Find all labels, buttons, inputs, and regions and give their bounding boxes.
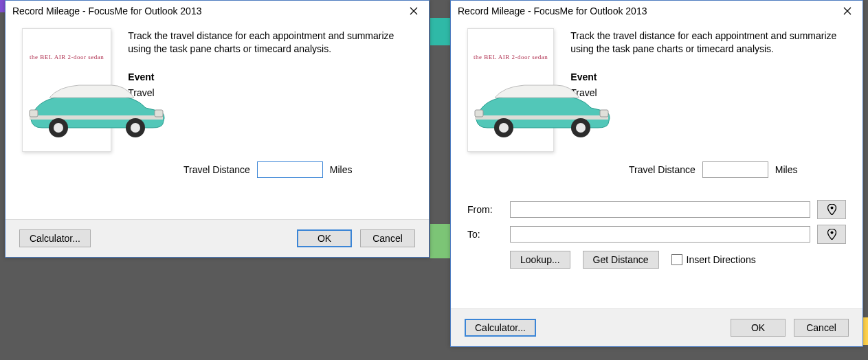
svg-point-13 <box>576 123 586 133</box>
insert-directions-checkbox[interactable]: Insert Directions <box>671 254 756 265</box>
distance-label: Travel Distance <box>629 164 695 175</box>
description-column: Track the travel distance for each appoi… <box>128 28 412 152</box>
cancel-button[interactable]: Cancel <box>360 229 415 247</box>
svg-rect-8 <box>475 110 483 117</box>
lookup-button[interactable]: Lookup... <box>510 251 570 269</box>
svg-rect-9 <box>600 110 608 117</box>
travel-distance-input[interactable] <box>257 161 323 178</box>
get-distance-button[interactable]: Get Distance <box>583 251 659 269</box>
travel-distance-row: Travel Distance Miles <box>612 152 863 178</box>
dialog-button-bar: Calculator... OK Cancel <box>451 308 863 346</box>
description-text: Track the travel distance for each appoi… <box>128 30 412 56</box>
to-label: To: <box>467 229 503 240</box>
car-illustration: the BEL AIR 2-door sedan <box>467 28 554 152</box>
close-button[interactable] <box>832 1 863 21</box>
distance-units: Miles <box>775 164 798 175</box>
car-icon <box>471 77 612 146</box>
map-pin-icon <box>827 204 836 215</box>
event-heading: Event <box>128 71 412 84</box>
dialog-button-bar: Calculator... OK Cancel <box>5 219 429 257</box>
belair-caption: the BEL AIR 2-door sedan <box>468 54 553 60</box>
distance-units: Miles <box>330 164 353 175</box>
to-input[interactable] <box>510 226 810 243</box>
svg-rect-2 <box>155 110 163 117</box>
record-mileage-dialog-expanded: Record Mileage - FocusMe for Outlook 201… <box>450 0 863 347</box>
svg-point-11 <box>499 123 509 133</box>
svg-point-15 <box>830 232 833 234</box>
record-mileage-dialog: Record Mileage - FocusMe for Outlook 201… <box>5 0 430 258</box>
svg-point-4 <box>54 123 63 133</box>
svg-rect-7 <box>475 115 608 120</box>
from-input[interactable] <box>510 201 810 218</box>
distance-label: Travel Distance <box>183 164 250 175</box>
window-title: Record Mileage - FocusMe for Outlook 201… <box>12 5 399 16</box>
event-name: Travel <box>128 87 412 100</box>
from-label: From: <box>467 204 503 215</box>
close-button[interactable] <box>399 1 429 21</box>
from-map-pin-button[interactable] <box>817 200 846 219</box>
to-map-pin-button[interactable] <box>817 225 846 244</box>
ok-button[interactable]: OK <box>731 319 786 337</box>
travel-distance-input[interactable] <box>702 161 768 178</box>
calculator-section: From: To: Lookup... Get Distance Insert … <box>451 197 863 269</box>
title-bar: Record Mileage - FocusMe for Outlook 201… <box>451 1 863 21</box>
car-icon <box>25 77 167 146</box>
description-text: Track the travel distance for each appoi… <box>570 30 846 56</box>
svg-point-14 <box>830 207 833 210</box>
insert-directions-label: Insert Directions <box>687 254 756 265</box>
calculator-button[interactable]: Calculator... <box>465 319 536 337</box>
title-bar: Record Mileage - FocusMe for Outlook 201… <box>5 1 429 21</box>
checkbox-box <box>671 254 682 265</box>
svg-point-6 <box>131 123 140 133</box>
belair-caption: the BEL AIR 2-door sedan <box>23 54 111 60</box>
car-illustration: the BEL AIR 2-door sedan <box>22 28 111 152</box>
calculator-button[interactable]: Calculator... <box>19 229 91 247</box>
ok-button[interactable]: OK <box>297 229 352 247</box>
map-pin-icon <box>827 229 836 240</box>
svg-rect-0 <box>30 115 163 120</box>
svg-rect-1 <box>30 110 38 117</box>
cancel-button[interactable]: Cancel <box>794 319 849 337</box>
travel-distance-row: Travel Distance Miles <box>167 152 429 178</box>
window-title: Record Mileage - FocusMe for Outlook 201… <box>458 5 832 16</box>
